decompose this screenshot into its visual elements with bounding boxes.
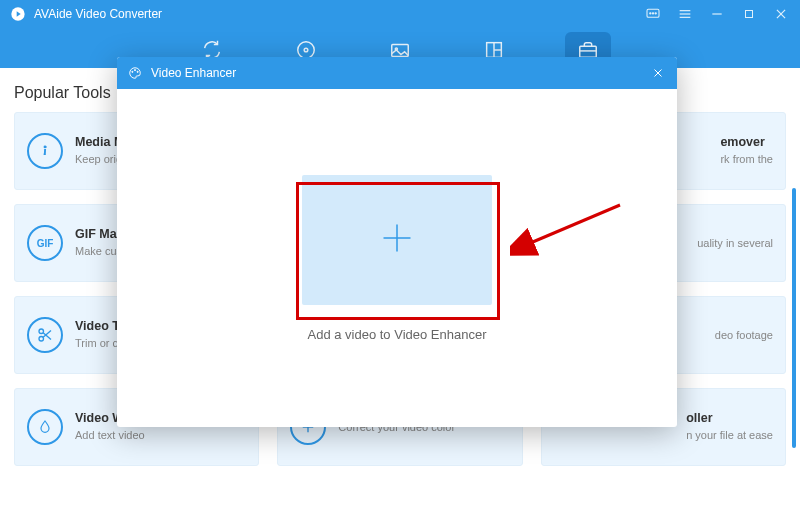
modal-hint: Add a video to Video Enhancer (307, 327, 486, 342)
tool-desc: rk from the (720, 152, 773, 166)
menu-icon[interactable] (676, 5, 694, 23)
modal-close-button[interactable] (649, 64, 667, 82)
tool-desc: n your file at ease (686, 428, 773, 442)
tool-desc: deo footage (715, 328, 773, 342)
tool-desc: Add text video (75, 428, 145, 442)
svg-rect-9 (746, 11, 753, 18)
svg-point-12 (298, 42, 315, 59)
tool-title: oller (686, 411, 773, 425)
tool-title: emover (720, 135, 773, 149)
palette-icon (127, 65, 143, 81)
svg-point-29 (132, 71, 133, 72)
minimize-icon[interactable] (708, 5, 726, 23)
titlebar: AVAide Video Converter (0, 0, 800, 28)
app-title: AVAide Video Converter (34, 7, 162, 21)
drop-icon (27, 409, 63, 445)
svg-point-23 (39, 329, 44, 334)
video-enhancer-modal: Video Enhancer Add a video to Video Enha… (117, 57, 677, 427)
maximize-icon[interactable] (740, 5, 758, 23)
modal-title: Video Enhancer (151, 66, 236, 80)
plus-icon (379, 220, 415, 259)
svg-point-3 (652, 13, 653, 14)
svg-point-30 (134, 70, 135, 71)
svg-point-2 (650, 13, 651, 14)
gif-icon: GIF (27, 225, 63, 261)
svg-point-31 (137, 71, 138, 72)
modal-header: Video Enhancer (117, 57, 677, 89)
feedback-icon[interactable] (644, 5, 662, 23)
svg-point-24 (39, 337, 44, 342)
tool-desc: uality in several (697, 236, 773, 250)
info-icon: i (27, 133, 63, 169)
scissors-icon (27, 317, 63, 353)
svg-rect-19 (580, 46, 597, 57)
app-logo-icon (10, 6, 26, 22)
svg-point-13 (304, 48, 308, 52)
close-icon[interactable] (772, 5, 790, 23)
add-video-dropzone[interactable] (302, 175, 492, 305)
scrollbar[interactable] (792, 188, 796, 448)
svg-point-4 (655, 13, 656, 14)
